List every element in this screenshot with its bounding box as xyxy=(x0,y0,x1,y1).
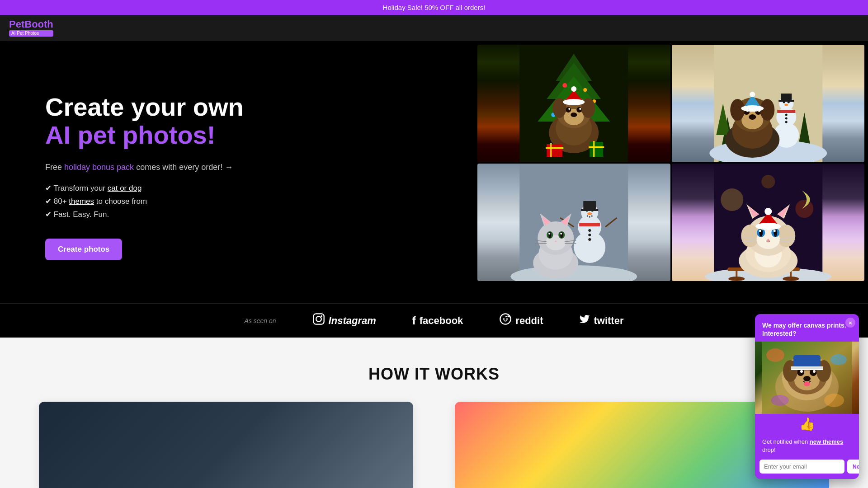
hero-section: Create your own AI pet photos! Free holi… xyxy=(0,41,868,303)
svg-point-158 xyxy=(766,348,784,362)
svg-point-72 xyxy=(591,216,593,217)
svg-point-123 xyxy=(759,230,761,232)
new-themes-link[interactable]: new themes xyxy=(810,438,843,445)
svg-point-4 xyxy=(562,83,567,88)
promo-banner: Holiday Sale! 50% OFF all orders! xyxy=(0,0,868,15)
svg-rect-66 xyxy=(581,209,598,211)
svg-point-161 xyxy=(771,395,789,406)
popup-email-row: Notify me xyxy=(755,460,859,479)
svg-rect-38 xyxy=(778,100,794,102)
banner-text: Holiday Sale! 50% OFF all orders! xyxy=(383,4,486,11)
step-card-1 xyxy=(39,402,413,488)
popup-bottom-text: Get notified when new themes drop! xyxy=(755,434,859,460)
svg-point-89 xyxy=(548,232,551,238)
svg-point-17 xyxy=(571,113,577,117)
svg-rect-24 xyxy=(550,143,552,157)
svg-point-159 xyxy=(830,354,847,365)
feature-item: ✔ Fast. Easy. Fun. xyxy=(45,210,450,219)
svg-rect-133 xyxy=(313,314,324,324)
holiday-bonus-link[interactable]: holiday bonus pack xyxy=(64,163,134,172)
svg-point-70 xyxy=(587,216,588,217)
svg-point-106 xyxy=(728,277,745,281)
hero-images-grid xyxy=(477,41,868,303)
popup-main-text: We may offer canvas prints. Interested? xyxy=(755,314,859,341)
svg-rect-28 xyxy=(589,146,604,148)
svg-point-151 xyxy=(803,376,811,381)
svg-point-5 xyxy=(583,88,587,92)
reddit-icon xyxy=(499,313,512,328)
feature-item: ✔ Transform your cat or dog xyxy=(45,183,450,193)
popup-notify-button[interactable]: Notify me xyxy=(847,460,859,474)
svg-point-54 xyxy=(749,114,756,120)
svg-point-22 xyxy=(571,86,576,92)
svg-point-136 xyxy=(500,314,511,324)
facebook-icon: f xyxy=(412,314,416,327)
twitter-icon xyxy=(579,314,590,328)
instagram-label: Instagram xyxy=(329,315,376,327)
facebook-link[interactable]: f facebook xyxy=(412,314,463,327)
svg-point-39 xyxy=(783,101,785,103)
svg-point-15 xyxy=(568,108,570,110)
create-photos-button[interactable]: Create photos xyxy=(45,239,122,260)
hero-heading-colored: AI pet photos! xyxy=(45,121,215,149)
twitter-link[interactable]: twitter xyxy=(579,314,623,328)
svg-point-160 xyxy=(824,394,844,407)
svg-rect-23 xyxy=(547,144,562,157)
popup-dog-image xyxy=(755,342,859,414)
svg-point-58 xyxy=(741,105,764,112)
svg-line-140 xyxy=(505,316,508,317)
svg-rect-157 xyxy=(791,367,823,369)
svg-point-107 xyxy=(783,277,799,281)
feature-item: ✔ 80+ themes to choose from xyxy=(45,197,450,206)
how-it-works-content xyxy=(18,402,850,488)
svg-point-75 xyxy=(588,234,591,236)
canvas-prints-popup: × We may offer canvas prints. Interested… xyxy=(755,314,859,479)
svg-point-101 xyxy=(761,175,775,188)
svg-point-100 xyxy=(795,200,813,218)
svg-point-41 xyxy=(784,104,788,106)
reddit-link[interactable]: reddit xyxy=(499,313,543,328)
svg-point-152 xyxy=(804,382,810,386)
svg-point-149 xyxy=(800,370,803,373)
svg-point-42 xyxy=(785,114,787,116)
svg-point-139 xyxy=(508,315,510,318)
svg-point-44 xyxy=(785,121,787,123)
svg-point-91 xyxy=(548,233,550,235)
svg-point-113 xyxy=(777,225,795,247)
popup-email-input[interactable] xyxy=(760,460,844,474)
svg-point-150 xyxy=(813,370,816,373)
twitter-label: twitter xyxy=(594,315,623,327)
svg-point-138 xyxy=(506,318,508,320)
pet-photo-cat-sled xyxy=(672,164,865,281)
svg-point-14 xyxy=(576,107,582,113)
svg-point-69 xyxy=(587,212,592,215)
how-it-works-heading: HOW IT WORKS xyxy=(18,365,850,384)
svg-rect-25 xyxy=(546,147,563,149)
cat-or-dog-link[interactable]: cat or dog xyxy=(108,184,142,192)
svg-point-92 xyxy=(560,233,562,235)
hero-subtitle: Free holiday bonus pack comes with every… xyxy=(45,163,450,172)
svg-rect-45 xyxy=(777,110,795,113)
logo[interactable]: PetBooth AI Pet Photos xyxy=(9,19,53,37)
pet-photo-dog-snowman xyxy=(672,45,865,162)
logo-wordmark: PetBooth xyxy=(9,19,53,29)
svg-point-59 xyxy=(750,92,755,97)
pet-photo-cat-snowman xyxy=(477,164,670,281)
hero-left-content: Create your own AI pet photos! Free holi… xyxy=(0,41,477,303)
social-bar: As seen on Instagram f facebook reddi xyxy=(0,303,868,338)
svg-point-135 xyxy=(321,315,322,317)
svg-point-112 xyxy=(741,225,759,247)
themes-link[interactable]: themes xyxy=(69,197,94,206)
as-seen-on-label: As seen on xyxy=(245,317,276,324)
facebook-label: facebook xyxy=(420,315,463,327)
svg-rect-26 xyxy=(590,142,603,157)
svg-point-76 xyxy=(588,238,591,241)
svg-point-71 xyxy=(589,216,590,218)
svg-point-90 xyxy=(560,232,563,238)
instagram-icon xyxy=(312,313,325,328)
instagram-link[interactable]: Instagram xyxy=(312,313,376,328)
svg-point-74 xyxy=(588,229,591,232)
svg-rect-27 xyxy=(593,141,594,157)
svg-point-131 xyxy=(755,223,781,230)
hero-features-list: ✔ Transform your cat or dog ✔ 80+ themes… xyxy=(45,183,450,223)
